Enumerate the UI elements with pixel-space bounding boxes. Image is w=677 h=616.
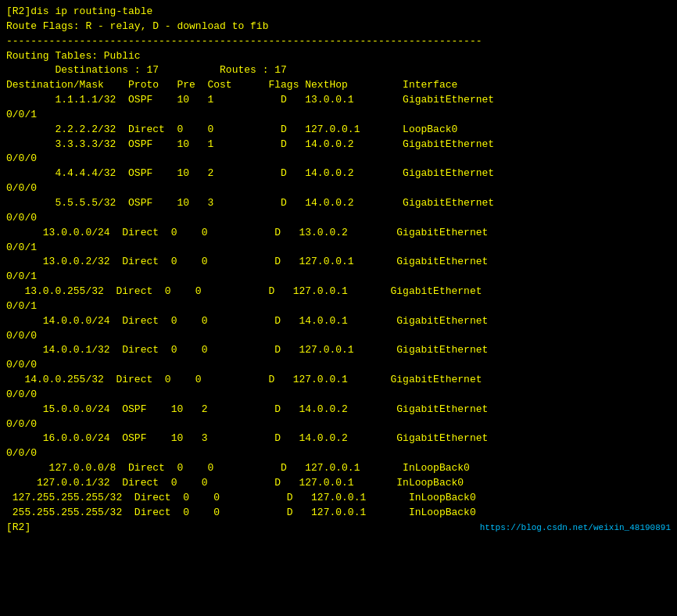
terminal-line: 4.4.4.4/32 OSPF 10 2 D 14.0.0.2 GigabitE… (6, 167, 671, 181)
terminal-line: 0/0/1 (6, 241, 671, 256)
terminal-line: 127.0.0.1/32 Direct 0 0 D 127.0.0.1 InLo… (6, 476, 671, 491)
terminal-line: ----------------------------------------… (6, 34, 671, 49)
terminal-line: 127.255.255.255/32 Direct 0 0 D 127.0.0.… (6, 491, 671, 506)
terminal-line: 13.0.0.2/32 Direct 0 0 D 127.0.0.1 Gigab… (6, 255, 671, 270)
terminal-line: 13.0.0.255/32 Direct 0 0 D 127.0.0.1 Gig… (6, 285, 671, 299)
terminal-line: 0/0/1 (6, 299, 671, 314)
terminal-line: Routing Tables: Public (6, 49, 671, 64)
terminal-line: 1.1.1.1/32 OSPF 10 1 D 13.0.0.1 GigabitE… (6, 93, 671, 108)
terminal-line: 0/0/0 (6, 446, 671, 461)
terminal-line: 0/0/1 (6, 108, 671, 123)
terminal-line: 0/0/0 (6, 358, 671, 373)
terminal-line: 5.5.5.5/32 OSPF 10 3 D 14.0.0.2 GigabitE… (6, 196, 671, 211)
terminal-line: 0/0/0 (6, 329, 671, 344)
terminal-line: 0/0/0 (6, 388, 671, 403)
terminal-line: 13.0.0.0/24 Direct 0 0 D 13.0.0.2 Gigabi… (6, 226, 671, 241)
terminal-line: 14.0.0.255/32 Direct 0 0 D 127.0.0.1 Gig… (6, 373, 671, 388)
terminal-output: [R2]dis ip routing-tableRoute Flags: R -… (6, 5, 671, 535)
terminal-line: 15.0.0.0/24 OSPF 10 2 D 14.0.0.2 Gigabit… (6, 403, 671, 417)
terminal-line: 0/0/0 (6, 417, 671, 432)
terminal-line: 2.2.2.2/32 Direct 0 0 D 127.0.0.1 LoopBa… (6, 123, 671, 138)
terminal-window: [R2]dis ip routing-tableRoute Flags: R -… (6, 5, 671, 535)
terminal-line: 16.0.0.0/24 OSPF 10 3 D 14.0.0.2 Gigabit… (6, 432, 671, 446)
terminal-line: Route Flags: R - relay, D - download to … (6, 20, 671, 34)
terminal-line: 3.3.3.3/32 OSPF 10 1 D 14.0.0.2 GigabitE… (6, 138, 671, 152)
terminal-line: 127.0.0.0/8 Direct 0 0 D 127.0.0.1 InLoo… (6, 461, 671, 476)
terminal-line: 14.0.0.0/24 Direct 0 0 D 14.0.0.1 Gigabi… (6, 314, 671, 329)
terminal-line: 14.0.0.1/32 Direct 0 0 D 127.0.0.1 Gigab… (6, 343, 671, 358)
terminal-line: Destinations : 17 Routes : 17 (6, 63, 671, 78)
terminal-line: [R2]dis ip routing-table (6, 5, 671, 20)
terminal-line: 0/0/0 (6, 152, 671, 167)
terminal-line: 255.255.255.255/32 Direct 0 0 D 127.0.0.… (6, 506, 671, 521)
watermark: https://blog.csdn.net/weixin_48190891 (480, 522, 671, 535)
terminal-line: Destination/Mask Proto Pre Cost Flags Ne… (6, 78, 671, 93)
terminal-line: 0/0/0 (6, 211, 671, 226)
terminal-line: 0/0/1 (6, 270, 671, 285)
terminal-line: 0/0/0 (6, 181, 671, 196)
